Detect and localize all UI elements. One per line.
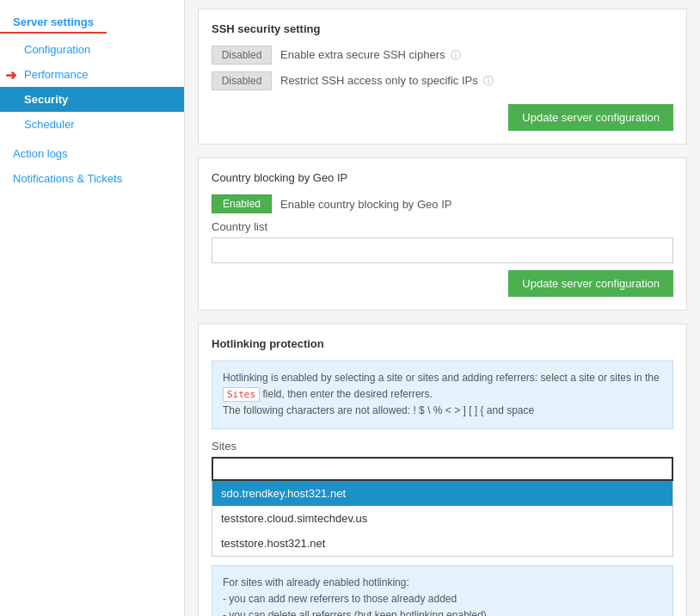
- question-icon-2: ⓘ: [483, 75, 494, 87]
- hotlinking-info-box: Hotlinking is enabled by selecting a sit…: [212, 360, 673, 429]
- ssh-panel-title: SSH security setting: [212, 22, 673, 35]
- site-list-item-1[interactable]: teststore.cloud.simtechdev.us: [212, 506, 672, 531]
- sites-label: Sites: [212, 440, 673, 453]
- sites-code: Sites: [223, 387, 260, 402]
- country-toggle-button[interactable]: Enabled: [212, 194, 272, 213]
- ssh-toggle-2-label: Restrict SSH access only to specific IPs…: [280, 74, 494, 89]
- sidebar-item-performance[interactable]: ➜ Performance: [0, 62, 184, 87]
- country-update-button[interactable]: Update server configuration: [508, 270, 673, 297]
- ssh-toggle-row-2: Disabled Restrict SSH access only to spe…: [212, 71, 673, 90]
- hotlinking-title: Hotlinking protection: [212, 337, 673, 350]
- country-list-label: Country list: [212, 220, 673, 233]
- hotlinking-panel: Hotlinking protection Hotlinking is enab…: [198, 323, 687, 616]
- ssh-security-panel: SSH security setting Disabled Enable ext…: [198, 9, 687, 145]
- ssh-update-wrapper: Update server configuration: [212, 97, 673, 131]
- site-list-item-2[interactable]: teststore.host321.net: [212, 531, 672, 556]
- sidebar-item-scheduler[interactable]: Scheduler: [0, 112, 184, 137]
- ssh-toggle-row-1: Disabled Enable extra secure SSH ciphers…: [212, 46, 673, 65]
- country-blocking-panel: Country blocking by Geo IP Enabled Enabl…: [198, 157, 687, 311]
- sidebar-section-title[interactable]: Server settings: [0, 9, 107, 34]
- sidebar-item-action-logs[interactable]: Action logs: [0, 141, 184, 166]
- ssh-toggle-1-button[interactable]: Disabled: [212, 46, 272, 65]
- country-toggle-label: Enable country blocking by Geo IP: [280, 198, 451, 211]
- country-toggle-row: Enabled Enable country blocking by Geo I…: [212, 194, 673, 213]
- sidebar-item-security[interactable]: Security: [0, 87, 184, 112]
- sites-search-input[interactable]: [212, 457, 673, 481]
- hotlinking-bottom-info: For sites with already enabled hotlinkin…: [212, 565, 673, 616]
- sidebar-item-notifications-tickets[interactable]: Notifications & Tickets: [0, 166, 184, 191]
- sidebar-item-configuration[interactable]: Configuration: [0, 37, 184, 62]
- main-content: SSH security setting Disabled Enable ext…: [185, 0, 700, 616]
- ssh-update-button[interactable]: Update server configuration: [508, 104, 673, 131]
- question-icon-1: ⓘ: [451, 49, 461, 61]
- country-update-wrapper: Update server configuration: [212, 263, 673, 297]
- ssh-toggle-2-button[interactable]: Disabled: [212, 71, 272, 90]
- country-panel-title: Country blocking by Geo IP: [212, 171, 673, 184]
- site-list-item-0[interactable]: sdo.trendkey.host321.net: [212, 481, 672, 506]
- country-list-input[interactable]: [212, 237, 673, 263]
- ssh-toggle-1-label: Enable extra secure SSH ciphers ⓘ: [280, 48, 461, 63]
- arrow-icon: ➜: [5, 66, 16, 83]
- sidebar: Server settings Configuration ➜ Performa…: [0, 0, 185, 616]
- sites-list: sdo.trendkey.host321.net teststore.cloud…: [212, 481, 673, 557]
